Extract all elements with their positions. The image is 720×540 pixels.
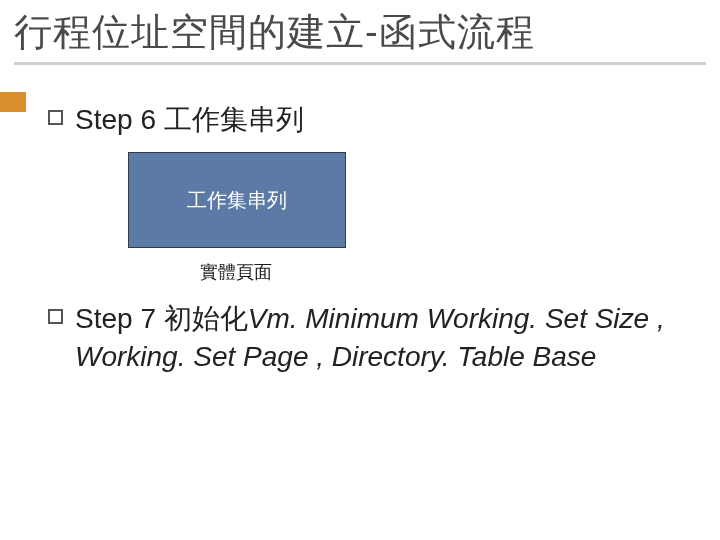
slide-body: Step 6 工作集串列 工作集串列 實體頁面 Step 7 初始化Vm. Mi… — [0, 71, 720, 376]
step7-prefix: Step 7 初始化 — [75, 303, 248, 334]
step6-text: Step 6 工作集串列 — [75, 101, 304, 139]
bullet-icon — [48, 110, 63, 125]
step7-text: Step 7 初始化Vm. Minimum Working. Set Size … — [75, 300, 700, 376]
bullet-step6: Step 6 工作集串列 — [48, 101, 700, 139]
diagram: 工作集串列 實體頁面 — [128, 152, 348, 284]
bullet-icon — [48, 309, 63, 324]
diagram-box: 工作集串列 — [128, 152, 346, 248]
slide: 行程位址空間的建立-函式流程 Step 6 工作集串列 工作集串列 實體頁面 S… — [0, 0, 720, 540]
bullet-step7: Step 7 初始化Vm. Minimum Working. Set Size … — [48, 300, 700, 376]
accent-bar — [0, 92, 26, 112]
diagram-caption: 實體頁面 — [128, 260, 344, 284]
diagram-box-label: 工作集串列 — [187, 187, 287, 214]
slide-title: 行程位址空間的建立-函式流程 — [14, 10, 706, 56]
title-underline — [14, 62, 706, 65]
title-area: 行程位址空間的建立-函式流程 — [0, 0, 720, 71]
